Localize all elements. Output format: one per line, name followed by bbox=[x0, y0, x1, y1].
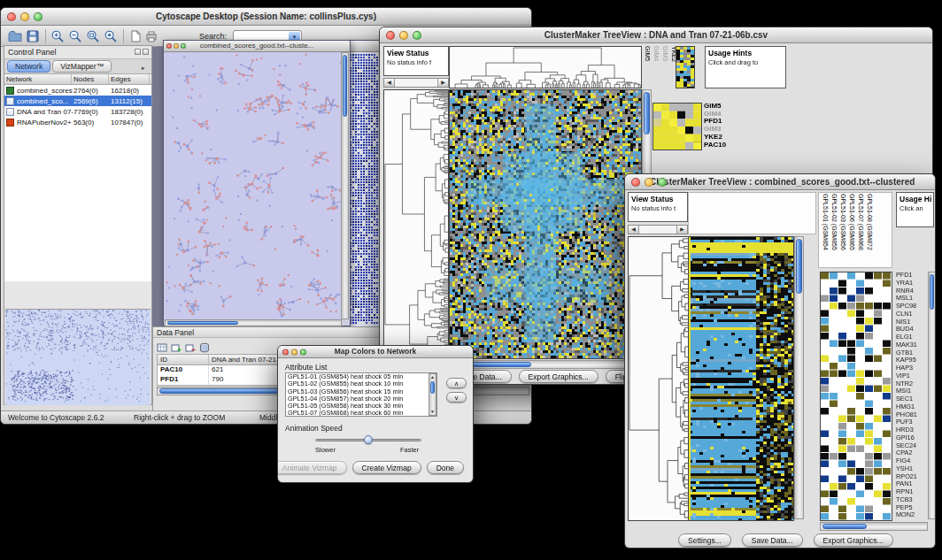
dialog-button[interactable]: Create Vizmap bbox=[352, 461, 421, 474]
treeview-button[interactable]: Export Graphics... bbox=[814, 533, 893, 547]
column-label[interactable]: GPL51-02 (GSM855 bbox=[830, 194, 838, 266]
scrollbar-thumb[interactable] bbox=[644, 92, 650, 134]
close-icon[interactable] bbox=[7, 12, 16, 21]
network-row[interactable]: combined_sco... 2569(6) 13112(15) bbox=[4, 96, 151, 106]
network-row[interactable]: DNA and Tran 07- 7769(0) 183728(0) bbox=[4, 106, 151, 117]
zoom-icon[interactable] bbox=[34, 12, 42, 21]
scroll-left-icon[interactable]: ◀ bbox=[384, 79, 395, 87]
scrollbar-thumb[interactable] bbox=[343, 55, 347, 117]
float-icon[interactable] bbox=[135, 49, 141, 55]
vertical-scrollbar[interactable] bbox=[928, 272, 936, 519]
printer-icon[interactable] bbox=[144, 29, 158, 43]
tab-overflow-icon[interactable]: ▸ bbox=[142, 65, 145, 72]
zoom-fit-icon[interactable] bbox=[86, 29, 100, 43]
attribute-select-icon[interactable] bbox=[157, 341, 167, 351]
scrollbar-thumb[interactable] bbox=[930, 274, 934, 310]
column-label[interactable]: GIM5 bbox=[644, 46, 651, 87]
row-dendrogram[interactable] bbox=[383, 89, 449, 359]
gene-label[interactable]: PAC10 bbox=[704, 142, 726, 150]
scroll-down-icon[interactable]: ▼ bbox=[429, 409, 436, 415]
scroll-up-icon[interactable]: ▲ bbox=[429, 374, 436, 380]
global-heatmap[interactable] bbox=[688, 236, 794, 521]
zoom-in-icon[interactable] bbox=[50, 29, 65, 43]
treeview-button[interactable]: Settings... bbox=[678, 533, 731, 547]
column-label[interactable]: GIM4 bbox=[652, 46, 660, 87]
column-dendrogram[interactable] bbox=[449, 46, 642, 88]
zoom-out-icon[interactable] bbox=[68, 29, 82, 43]
vertical-scrollbar[interactable] bbox=[794, 236, 804, 519]
horizontal-scrollbar[interactable] bbox=[449, 360, 640, 369]
minimize-icon[interactable] bbox=[291, 349, 297, 355]
minimize-icon[interactable] bbox=[645, 178, 653, 187]
document-icon[interactable] bbox=[128, 29, 143, 43]
birdseye-view[interactable] bbox=[5, 309, 151, 405]
mini-navigator[interactable]: ◀▶ bbox=[383, 78, 449, 88]
close-icon[interactable] bbox=[166, 43, 172, 49]
zoom-icon[interactable] bbox=[413, 31, 421, 40]
scroll-track[interactable] bbox=[639, 226, 676, 234]
zoom-heatmap[interactable] bbox=[820, 272, 892, 521]
attribute-add-icon[interactable] bbox=[171, 341, 181, 351]
save-icon[interactable] bbox=[26, 29, 40, 43]
move-up-button[interactable]: ∧ bbox=[446, 378, 467, 388]
titlebar[interactable]: Map Colors to Network bbox=[278, 346, 473, 358]
network-row[interactable]: combined_scores 2764(0) 16218(0) bbox=[4, 85, 151, 96]
treeview-button[interactable]: Export Graphics... bbox=[519, 370, 598, 383]
network-row[interactable]: RNAPuberNov2+ 563(0) 107847(0) bbox=[4, 117, 151, 127]
titlebar[interactable]: ClusterMaker TreeView : combined_scores_… bbox=[625, 174, 935, 190]
titlebar[interactable]: Cytoscape Desktop (Session Name: collins… bbox=[1, 8, 531, 26]
attribute-remove-icon[interactable] bbox=[185, 341, 196, 351]
database-icon[interactable] bbox=[199, 341, 210, 351]
row-dendrogram[interactable] bbox=[628, 236, 689, 521]
horizontal-scrollbar[interactable] bbox=[165, 319, 342, 326]
zoom-icon[interactable] bbox=[658, 178, 667, 187]
scroll-right-icon[interactable]: ▶ bbox=[676, 226, 687, 234]
treeview-button[interactable]: Save Data... bbox=[742, 533, 803, 547]
gene-label[interactable]: MON2 bbox=[896, 511, 928, 519]
col-id[interactable]: ID bbox=[158, 355, 209, 364]
column-label[interactable]: GPL51-08 (GSM872 bbox=[866, 194, 873, 266]
correlation-matrix[interactable] bbox=[652, 103, 702, 150]
scrollbar-thumb[interactable] bbox=[167, 321, 238, 325]
tab[interactable]: Network bbox=[7, 60, 50, 73]
minimize-icon[interactable] bbox=[20, 12, 29, 21]
minimize-icon[interactable] bbox=[174, 43, 179, 49]
open-folder-icon[interactable] bbox=[8, 29, 22, 43]
network-view-window[interactable]: combined_scores_good.txt--cluste... bbox=[163, 40, 351, 326]
slider-knob[interactable] bbox=[364, 435, 373, 444]
minimize-icon[interactable] bbox=[399, 31, 408, 40]
attribute-list[interactable]: GPL51-01 (GSM854) heat shock 05 minGPL51… bbox=[285, 372, 437, 417]
scrollbar-thumb[interactable] bbox=[430, 381, 435, 394]
zoom-icon[interactable] bbox=[300, 349, 306, 355]
close-icon[interactable] bbox=[282, 349, 289, 355]
titlebar[interactable]: ClusterMaker TreeView : DNA and Tran 07-… bbox=[380, 27, 932, 43]
column-label[interactable]: GPL51-01 (GSM854 bbox=[822, 194, 829, 266]
network-view-window-2[interactable] bbox=[348, 40, 383, 326]
scrollbar-thumb[interactable] bbox=[796, 239, 802, 294]
column-label[interactable]: GPL51-06 (GSM865 bbox=[848, 194, 855, 266]
scrollbar-thumb[interactable] bbox=[822, 524, 867, 529]
col-network[interactable]: Network bbox=[4, 74, 72, 84]
network-canvas-dense[interactable] bbox=[349, 52, 382, 326]
col-edges[interactable]: Edges bbox=[109, 74, 150, 84]
network-canvas[interactable] bbox=[165, 52, 342, 319]
zoom-selected-icon[interactable] bbox=[104, 29, 118, 43]
tab[interactable]: VizMapper™ bbox=[52, 60, 112, 73]
horizontal-scrollbar[interactable] bbox=[820, 522, 928, 531]
inner-titlebar[interactable]: combined_scores_good.txt--cluste... bbox=[164, 41, 350, 52]
column-label[interactable]: GPL51-03 (GSM856 bbox=[839, 194, 846, 266]
dialog-button[interactable]: Done bbox=[427, 461, 464, 474]
animation-speed-slider[interactable] bbox=[315, 434, 421, 445]
move-down-button[interactable]: ∨ bbox=[446, 392, 467, 403]
close-icon[interactable] bbox=[143, 49, 149, 55]
col-nodes[interactable]: Nodes bbox=[72, 74, 109, 84]
vertical-scrollbar[interactable] bbox=[341, 52, 349, 319]
scroll-left-icon[interactable]: ◀ bbox=[629, 226, 639, 234]
list-scrollbar[interactable]: ▲ ▼ bbox=[429, 373, 436, 416]
scroll-track[interactable] bbox=[395, 79, 437, 87]
column-label[interactable]: GIM3 bbox=[661, 46, 668, 87]
scroll-right-icon[interactable]: ▶ bbox=[437, 79, 448, 87]
mini-navigator[interactable]: ◀▶ bbox=[628, 225, 688, 234]
zoom-icon[interactable] bbox=[181, 43, 186, 49]
heatmap[interactable] bbox=[449, 89, 642, 359]
